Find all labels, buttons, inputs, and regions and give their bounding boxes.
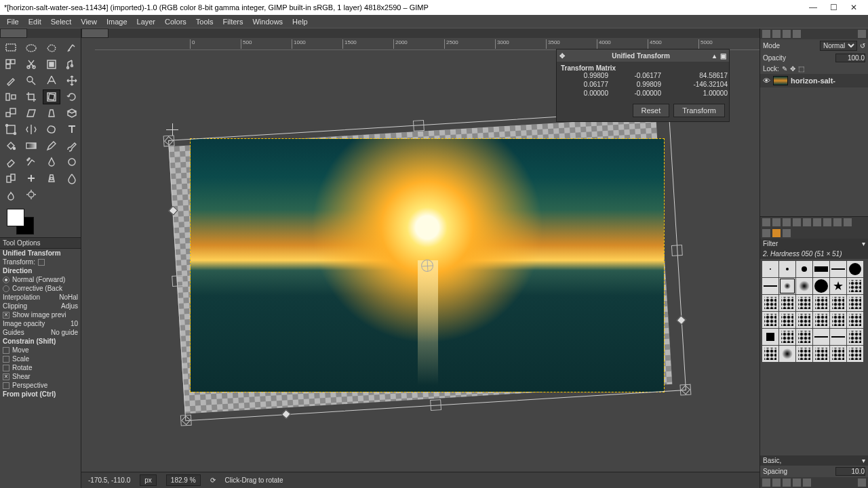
ut-collapse-icon[interactable]: ▴	[713, 52, 716, 60]
brush[interactable]	[830, 312, 846, 328]
tool-paintbrush[interactable]	[63, 138, 81, 153]
opt-constrain-shear[interactable]: Shear	[0, 372, 81, 381]
brush[interactable]	[830, 329, 846, 345]
tool-gradient[interactable]	[22, 138, 40, 153]
menu-windows[interactable]: Windows	[248, 16, 287, 27]
brush[interactable]	[830, 295, 846, 311]
brush[interactable]	[847, 329, 863, 345]
brush[interactable]	[779, 346, 795, 362]
opt-constrain-rotate[interactable]: Rotate	[0, 363, 81, 372]
fg-color[interactable]	[7, 209, 24, 226]
brush[interactable]	[813, 346, 829, 362]
tool-free-select[interactable]	[43, 41, 60, 56]
tool-blur[interactable]	[63, 171, 81, 186]
tab-brushes-icon[interactable]	[762, 229, 770, 237]
layer-row[interactable]: 👁 horizon-salt-	[760, 74, 868, 87]
opt-clipping[interactable]: ClippingAdjus	[0, 302, 81, 310]
maximize-button[interactable]: ☐	[823, 3, 844, 12]
opt-constrain-move[interactable]: Move	[0, 346, 81, 354]
tool-by-color[interactable]	[2, 57, 20, 72]
brush-edit-icon[interactable]	[762, 479, 770, 487]
menu-edit[interactable]: Edit	[24, 16, 45, 27]
brush-filter-row[interactable]: Filter▾	[760, 239, 868, 249]
brush[interactable]	[796, 346, 812, 362]
opt-direction-normal[interactable]: Normal (Forward)	[0, 275, 81, 284]
opt-constrain-scale[interactable]: Scale	[0, 354, 81, 363]
mode-reset-icon[interactable]: ↺	[860, 42, 865, 49]
brush[interactable]	[813, 295, 829, 311]
close-button[interactable]: ✕	[844, 3, 864, 12]
brush[interactable]	[847, 278, 863, 294]
brush-new-icon[interactable]	[772, 479, 781, 487]
layer-up-icon[interactable]	[783, 218, 791, 226]
tool-airbrush[interactable]	[22, 155, 40, 169]
lock-pixels-icon[interactable]: ✎	[782, 65, 787, 73]
brush[interactable]	[830, 346, 846, 362]
tool-flip[interactable]	[22, 122, 40, 137]
brush-refresh-icon[interactable]	[803, 479, 811, 487]
layer-visibility-icon[interactable]: 👁	[763, 77, 770, 85]
brush[interactable]	[762, 261, 778, 277]
tool-fuzzy-select[interactable]	[63, 41, 81, 56]
opt-transform-target[interactable]	[38, 259, 45, 266]
brush[interactable]	[762, 346, 778, 362]
tool-dodge[interactable]	[22, 187, 40, 202]
brush-dup-icon[interactable]	[783, 479, 791, 487]
brush[interactable]	[762, 312, 778, 328]
opacity-input[interactable]	[835, 54, 865, 62]
brush[interactable]	[847, 261, 863, 277]
image-tab[interactable]	[81, 28, 108, 38]
opt-direction-corrective[interactable]: Corrective (Back	[0, 284, 81, 293]
tab-layers-icon[interactable]	[762, 30, 770, 38]
tool-unified-transform[interactable]	[43, 89, 60, 104]
tool-rect-select[interactable]	[2, 41, 20, 56]
brush[interactable]	[813, 312, 829, 328]
brush[interactable]: ★	[830, 278, 846, 294]
opt-constrain-perspective[interactable]: Perspective	[0, 381, 81, 390]
brush[interactable]	[762, 295, 778, 311]
brush[interactable]	[847, 312, 863, 328]
brush-selected[interactable]	[779, 278, 795, 294]
ut-reset-button[interactable]: Reset	[633, 104, 670, 117]
brush[interactable]	[779, 329, 795, 345]
brush[interactable]	[762, 329, 778, 345]
brush[interactable]	[813, 261, 829, 277]
brush[interactable]	[847, 295, 863, 311]
brush[interactable]	[830, 261, 846, 277]
layer-new-icon[interactable]	[762, 218, 770, 226]
tool-perspective[interactable]	[43, 106, 60, 121]
tool-move[interactable]	[63, 73, 81, 88]
tool-pencil[interactable]	[43, 138, 60, 153]
menu-tools[interactable]: Tools	[192, 16, 218, 27]
tool-shear[interactable]	[22, 106, 40, 121]
tab-paths-icon[interactable]	[783, 30, 791, 38]
mode-select[interactable]: Normal	[820, 41, 857, 51]
layer-delete-icon[interactable]	[844, 218, 852, 226]
tool-ink[interactable]	[43, 155, 60, 169]
status-unit[interactable]: px	[140, 474, 157, 486]
layer-down-icon[interactable]	[793, 218, 801, 226]
tool-measure[interactable]	[43, 73, 60, 88]
tool-scissors[interactable]	[22, 57, 40, 72]
tool-cage[interactable]	[43, 122, 60, 137]
tool-align[interactable]	[2, 89, 20, 104]
tool-ellipse-select[interactable]	[22, 41, 40, 56]
menu-filters[interactable]: Filters	[219, 16, 248, 27]
menu-file[interactable]: File	[3, 16, 23, 27]
brush[interactable]	[847, 346, 863, 362]
color-selector[interactable]	[3, 209, 78, 233]
layer-mask-icon[interactable]	[833, 218, 842, 226]
menu-colors[interactable]: Colors	[161, 16, 191, 27]
layer-merge-icon[interactable]	[823, 218, 831, 226]
opt-interpolation[interactable]: InterpolationNoHal	[0, 293, 81, 302]
status-zoom[interactable]: 182.9 %	[166, 474, 201, 486]
brush[interactable]	[796, 261, 812, 277]
opt-show-preview[interactable]: Show image previ	[0, 310, 81, 319]
ut-transform-button[interactable]: Transform	[673, 104, 725, 117]
lock-alpha-icon[interactable]: ⬚	[798, 65, 804, 73]
brush[interactable]	[796, 295, 812, 311]
menu-select[interactable]: Select	[47, 16, 76, 27]
tab-channels-icon[interactable]	[772, 30, 781, 38]
brush[interactable]	[779, 295, 795, 311]
tool-handle-transform[interactable]	[2, 122, 20, 137]
